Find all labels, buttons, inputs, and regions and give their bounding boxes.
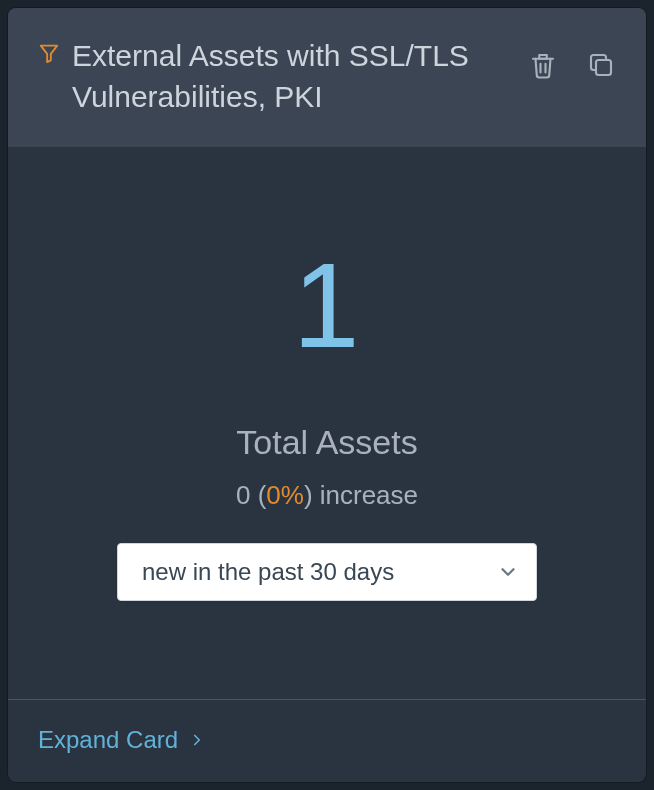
delta-suffix: increase bbox=[320, 480, 418, 510]
trash-icon bbox=[528, 50, 558, 80]
metric-delta: 0 (0%) increase bbox=[236, 480, 418, 511]
card-actions bbox=[528, 50, 616, 80]
copy-icon bbox=[586, 50, 616, 80]
card-footer: Expand Card bbox=[8, 699, 646, 782]
svg-rect-1 bbox=[596, 60, 611, 75]
card-title: External Assets with SSL/TLS Vulnerabili… bbox=[72, 36, 508, 117]
metric-label: Total Assets bbox=[236, 423, 417, 462]
svg-marker-0 bbox=[41, 46, 58, 62]
expand-card-button[interactable]: Expand Card bbox=[38, 726, 206, 754]
filter-icon bbox=[38, 42, 60, 64]
timeframe-select-wrap: new in the past 30 days bbox=[117, 543, 537, 601]
delete-button[interactable] bbox=[528, 50, 558, 80]
chevron-right-icon bbox=[188, 731, 206, 749]
card-body: 1 Total Assets 0 (0%) increase new in th… bbox=[8, 147, 646, 699]
metric-value: 1 bbox=[293, 245, 362, 365]
delta-percent: 0% bbox=[266, 480, 304, 510]
delta-count: 0 bbox=[236, 480, 250, 510]
card-title-wrap: External Assets with SSL/TLS Vulnerabili… bbox=[38, 36, 508, 117]
expand-card-label: Expand Card bbox=[38, 726, 178, 754]
asset-card: External Assets with SSL/TLS Vulnerabili… bbox=[8, 8, 646, 782]
timeframe-select[interactable]: new in the past 30 days bbox=[117, 543, 537, 601]
duplicate-button[interactable] bbox=[586, 50, 616, 80]
card-header: External Assets with SSL/TLS Vulnerabili… bbox=[8, 8, 646, 147]
timeframe-selected-label: new in the past 30 days bbox=[142, 558, 394, 585]
